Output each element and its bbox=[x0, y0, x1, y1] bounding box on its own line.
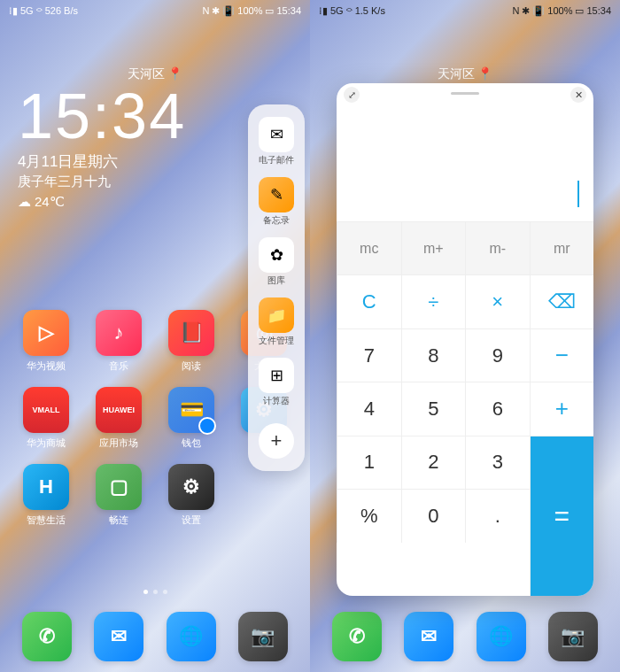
network-label: 5G bbox=[20, 5, 34, 16]
status-time: 15:34 bbox=[586, 5, 611, 16]
key-percent[interactable]: % bbox=[337, 489, 401, 542]
app-icon: VMALL bbox=[23, 387, 69, 433]
key-dot[interactable]: . bbox=[465, 489, 530, 542]
clock-date: 4月11日星期六 bbox=[18, 151, 239, 172]
key-5[interactable]: 5 bbox=[401, 382, 466, 435]
key-minus[interactable]: − bbox=[530, 328, 594, 382]
weather-icon: ☁ bbox=[18, 194, 31, 210]
key-3[interactable]: 3 bbox=[465, 436, 530, 489]
wifi-icon: ⌔ bbox=[36, 5, 43, 16]
key-6[interactable]: 6 bbox=[465, 382, 530, 435]
home-screen-right: ⁞▮ 5G ⌔ 1.5 K/s N ✱ 📳 100% ▭ 15:34 天河区 📍… bbox=[310, 0, 620, 672]
home-screen-left: ⁞▮ 5G ⌔ 526 B/s N ✱ 📳 100% ▭ 15:34 天河区 📍… bbox=[0, 0, 310, 672]
key-plus[interactable]: + bbox=[530, 382, 594, 435]
key-clear[interactable]: C bbox=[337, 274, 401, 328]
app-设置[interactable]: ⚙设置 bbox=[161, 464, 221, 527]
sidebar-app-icon: ✿ bbox=[259, 237, 294, 273]
battery-label: 100% bbox=[237, 5, 262, 16]
app-icon: ♪ bbox=[96, 310, 142, 356]
sidebar-add-button[interactable]: + bbox=[259, 423, 294, 459]
key-7[interactable]: 7 bbox=[337, 328, 401, 382]
camera-icon[interactable]: 📷 bbox=[238, 612, 288, 661]
app-华为商城[interactable]: VMALL华为商城 bbox=[16, 387, 76, 450]
battery-label: 100% bbox=[547, 5, 572, 16]
sidebar-item-电子邮件[interactable]: ✉电子邮件 bbox=[253, 117, 299, 166]
app-label: 设置 bbox=[182, 514, 201, 527]
bt-icon: ✱ bbox=[212, 5, 220, 17]
location-label[interactable]: 天河区 📍 bbox=[310, 66, 620, 82]
minimize-button[interactable]: ⤢ bbox=[344, 87, 360, 103]
app-钱包[interactable]: 💳钱包 bbox=[161, 387, 221, 450]
key-1[interactable]: 1 bbox=[337, 436, 401, 489]
browser-icon[interactable]: 🌐 bbox=[477, 612, 526, 661]
app-icon: H bbox=[23, 464, 69, 510]
app-阅读[interactable]: 📕阅读 bbox=[161, 310, 221, 373]
close-button[interactable]: ✕ bbox=[570, 87, 586, 103]
app-label: 华为视频 bbox=[27, 359, 66, 373]
sidebar-app-icon: ⊞ bbox=[259, 358, 294, 393]
weather-temp: 24℃ bbox=[35, 194, 65, 210]
key-mminus[interactable]: m- bbox=[465, 221, 530, 274]
sidebar-app-icon: ✉ bbox=[259, 117, 294, 152]
calculator-window[interactable]: ⤢ ✕ mc m+ m- mr C ÷ × ⌫ 7 8 9 − 4 5 6 + … bbox=[337, 83, 593, 596]
clock-time: 15:34 bbox=[18, 84, 239, 148]
app-label: 畅连 bbox=[109, 514, 128, 527]
phone-icon[interactable]: ✆ bbox=[332, 612, 382, 661]
app-华为视频[interactable]: ▷华为视频 bbox=[16, 310, 76, 373]
camera-icon[interactable]: 📷 bbox=[548, 612, 598, 661]
sidebar-item-label: 计算器 bbox=[263, 395, 290, 407]
status-bar: ⁞▮ 5G ⌔ 526 B/s N ✱ 📳 100% ▭ 15:34 bbox=[0, 0, 310, 21]
calc-cursor bbox=[577, 181, 579, 207]
dock: ✆✉🌐📷 bbox=[310, 612, 620, 661]
key-mr[interactable]: mr bbox=[530, 221, 594, 274]
net-speed: 526 B/s bbox=[45, 5, 78, 16]
signal-icon: ⁞▮ bbox=[319, 5, 328, 17]
app-icon: ⚙ bbox=[168, 464, 214, 510]
sidebar-item-备忘录[interactable]: ✎备忘录 bbox=[253, 177, 299, 227]
sidebar-item-文件管理[interactable]: 📁文件管理 bbox=[253, 297, 299, 347]
key-0[interactable]: 0 bbox=[401, 489, 466, 542]
phone-icon[interactable]: ✆ bbox=[22, 612, 72, 661]
nfc-icon: N bbox=[202, 5, 209, 16]
messages-icon[interactable]: ✉ bbox=[94, 612, 143, 661]
vibrate-icon: 📳 bbox=[222, 5, 235, 17]
nfc-icon: N bbox=[512, 5, 519, 16]
clock-widget[interactable]: 15:34 4月11日星期六 庚子年三月十九 ☁ 24℃ bbox=[18, 84, 239, 210]
messages-icon[interactable]: ✉ bbox=[404, 612, 453, 661]
sidebar-item-计算器[interactable]: ⊞计算器 bbox=[253, 358, 299, 407]
key-8[interactable]: 8 bbox=[401, 328, 466, 382]
sidebar-app-icon: 📁 bbox=[259, 297, 294, 333]
sidebar-item-图库[interactable]: ✿图库 bbox=[253, 237, 299, 287]
calc-titlebar[interactable]: ⤢ ✕ bbox=[337, 83, 593, 106]
key-multiply[interactable]: × bbox=[465, 274, 530, 328]
key-mc[interactable]: mc bbox=[337, 221, 401, 274]
sidebar-item-label: 备忘录 bbox=[263, 214, 290, 227]
app-音乐[interactable]: ♪音乐 bbox=[89, 310, 149, 373]
key-divide[interactable]: ÷ bbox=[401, 274, 466, 328]
key-9[interactable]: 9 bbox=[465, 328, 530, 382]
key-2[interactable]: 2 bbox=[401, 436, 466, 489]
wifi-icon: ⌔ bbox=[346, 5, 353, 16]
drag-handle[interactable] bbox=[451, 92, 479, 95]
key-equals[interactable]: = bbox=[530, 436, 594, 596]
bt-icon: ✱ bbox=[522, 5, 530, 17]
smart-sidebar[interactable]: ✉电子邮件✎备忘录✿图库📁文件管理⊞计算器+ bbox=[248, 104, 305, 471]
app-label: 应用市场 bbox=[99, 436, 138, 450]
app-icon: ▢ bbox=[96, 464, 142, 510]
app-icon: 📕 bbox=[168, 310, 214, 356]
key-mplus[interactable]: m+ bbox=[401, 221, 466, 274]
clock-lunar: 庚子年三月十九 bbox=[18, 174, 239, 190]
app-应用市场[interactable]: HUAWEI应用市场 bbox=[89, 387, 149, 450]
key-4[interactable]: 4 bbox=[337, 382, 401, 435]
net-speed: 1.5 K/s bbox=[355, 5, 385, 16]
app-label: 音乐 bbox=[109, 359, 128, 373]
status-bar: ⁞▮ 5G ⌔ 1.5 K/s N ✱ 📳 100% ▭ 15:34 bbox=[310, 0, 620, 21]
app-icon: HUAWEI bbox=[96, 387, 142, 433]
location-pin-icon: 📍 bbox=[167, 66, 182, 81]
app-畅连[interactable]: ▢畅连 bbox=[89, 464, 149, 527]
app-智慧生活[interactable]: H智慧生活 bbox=[16, 464, 76, 527]
browser-icon[interactable]: 🌐 bbox=[167, 612, 216, 661]
sidebar-app-icon: ✎ bbox=[259, 177, 294, 212]
page-indicator bbox=[0, 590, 310, 594]
key-backspace[interactable]: ⌫ bbox=[530, 274, 594, 328]
